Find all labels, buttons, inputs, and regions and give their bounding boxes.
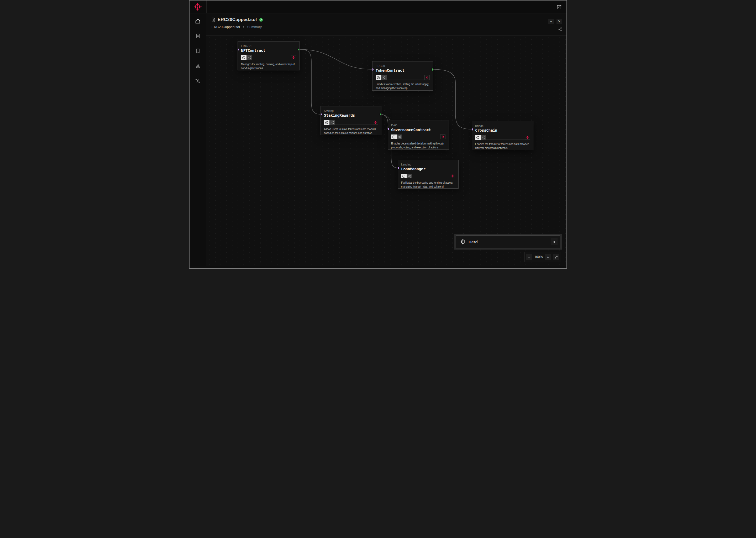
toolbar-divider — [335, 120, 373, 125]
breadcrumb: ERC20Capped.sol Summary — [212, 25, 566, 29]
toolbar-divider — [402, 134, 440, 139]
contract-category: ERC20 — [376, 64, 430, 68]
contract-node-loan-manager[interactable]: Lending LoanManager Facilitates the borr… — [398, 160, 458, 188]
contract-description: Handles token creation, setting the init… — [376, 82, 430, 90]
node-share-button[interactable] — [397, 134, 402, 139]
toolbar-divider — [486, 135, 525, 140]
contract-description: Enables decentralized decision-making th… — [391, 142, 446, 149]
contract-category: DAO — [391, 124, 446, 127]
zoom-controls: − 100% + — [524, 252, 561, 262]
node-toolbar — [401, 174, 455, 178]
watermark-collapse-button[interactable] — [551, 238, 557, 245]
node-share-button[interactable] — [481, 135, 486, 140]
node-share-button[interactable] — [406, 174, 412, 178]
herd-ai-button[interactable] — [424, 75, 430, 80]
output-port[interactable] — [380, 113, 381, 116]
info-icon — [476, 136, 480, 139]
contract-title: CrossChain — [475, 128, 530, 133]
herd-mini-icon — [374, 121, 377, 124]
contract-node-governance-contract[interactable]: DAO GovernanceContract Enables decentral… — [388, 121, 449, 150]
node-share-button[interactable] — [329, 120, 335, 125]
contract-node-cross-chain[interactable]: Bridge CrossChain Enables the transfer o… — [472, 121, 533, 150]
contract-title: GovernanceContract — [391, 128, 446, 132]
info-button[interactable] — [475, 135, 481, 140]
bookmark-icon — [195, 48, 201, 54]
fullscreen-button[interactable] — [553, 254, 559, 260]
sidebar-item-account[interactable] — [195, 63, 201, 69]
topbar — [190, 1, 566, 13]
input-port[interactable] — [398, 167, 399, 169]
info-icon — [402, 175, 405, 178]
app-logo[interactable] — [190, 1, 207, 13]
graph-canvas[interactable]: Herd − 100% + ERC721 NFTCon — [206, 36, 566, 266]
contract-node-staking-rewards[interactable]: Staking StakingRewards Allows users to s… — [320, 106, 381, 135]
edit-button[interactable] — [555, 3, 563, 11]
close-button[interactable]: ✕ — [556, 19, 562, 24]
input-port[interactable] — [388, 128, 389, 130]
share-icon — [382, 76, 386, 79]
home-icon — [195, 18, 201, 24]
workflow-icon — [195, 78, 201, 84]
herd-ai-button[interactable] — [440, 134, 446, 139]
output-port[interactable] — [298, 48, 300, 51]
herd-mini-icon — [292, 56, 295, 59]
breadcrumb-file[interactable]: ERC20Capped.sol — [212, 25, 240, 29]
chevron-right-icon — [242, 25, 246, 29]
node-toolbar — [391, 134, 446, 139]
info-button[interactable] — [401, 174, 406, 178]
sidebar-item-home[interactable] — [195, 18, 201, 24]
input-port[interactable] — [320, 113, 322, 116]
contract-title: NFTContract — [241, 48, 296, 53]
share-icon — [482, 136, 485, 139]
output-port[interactable] — [432, 68, 433, 71]
info-button[interactable] — [391, 134, 397, 139]
toolbar-divider — [252, 55, 291, 60]
node-share-button[interactable] — [381, 75, 387, 80]
sidebar-item-documents[interactable] — [195, 33, 201, 39]
document-icon — [195, 33, 201, 39]
herd-ai-button[interactable] — [525, 135, 530, 140]
info-button[interactable] — [241, 55, 247, 60]
contract-node-token-contract[interactable]: ERC20 TokenContract Handles token creati… — [372, 61, 433, 91]
sidebar-item-workflow[interactable] — [195, 78, 201, 84]
info-icon — [242, 56, 246, 59]
user-icon — [195, 63, 201, 69]
contract-description: Enables the transfer of tokens and data … — [475, 142, 530, 150]
sidebar-item-bookmarks[interactable] — [195, 48, 201, 54]
node-share-button[interactable] — [247, 55, 252, 60]
panel-actions: « ✕ — [548, 19, 562, 31]
share-icon — [331, 121, 334, 124]
page-title: ERC20Capped.sol — [217, 17, 257, 22]
app-window: ERC20Capped.sol ERC20Capped.sol Summary — [189, 0, 567, 269]
zoom-out-button[interactable]: − — [526, 254, 532, 260]
share-icon — [398, 135, 401, 138]
collapse-button[interactable]: « — [548, 19, 554, 24]
toolbar-divider — [387, 75, 424, 80]
input-port[interactable] — [372, 68, 374, 71]
contract-category: Lending — [401, 163, 455, 166]
contract-title: StakingRewards — [324, 113, 378, 117]
edit-square-icon — [556, 4, 562, 10]
share-icon — [248, 56, 251, 59]
info-button[interactable] — [376, 75, 381, 80]
verified-icon — [259, 18, 263, 22]
panel-header: ERC20Capped.sol ERC20Capped.sol Summary — [206, 13, 566, 36]
main-panel: ERC20Capped.sol ERC20Capped.sol Summary — [206, 13, 566, 266]
herd-ai-button[interactable] — [291, 55, 296, 60]
contract-node-nft-contract[interactable]: ERC721 NFTContract Manages the minting, … — [238, 41, 300, 71]
info-button[interactable] — [324, 120, 329, 125]
edge-nft-contract-to-staking-rewards — [300, 49, 320, 114]
herd-ai-button[interactable] — [373, 120, 378, 125]
input-port[interactable] — [238, 48, 239, 51]
contract-description: Manages the minting, burning, and owners… — [241, 63, 296, 70]
chevrons-up-icon — [552, 240, 556, 244]
input-port[interactable] — [472, 128, 473, 131]
share-icon[interactable] — [558, 27, 562, 31]
contract-file-icon — [212, 18, 215, 22]
info-icon — [377, 76, 380, 79]
contract-description: Facilitates the borrowing and lending of… — [401, 181, 455, 188]
contract-category: Staking — [324, 109, 378, 112]
herd-mini-icon — [426, 76, 429, 79]
herd-ai-button[interactable] — [450, 174, 455, 178]
zoom-in-button[interactable]: + — [545, 254, 551, 260]
